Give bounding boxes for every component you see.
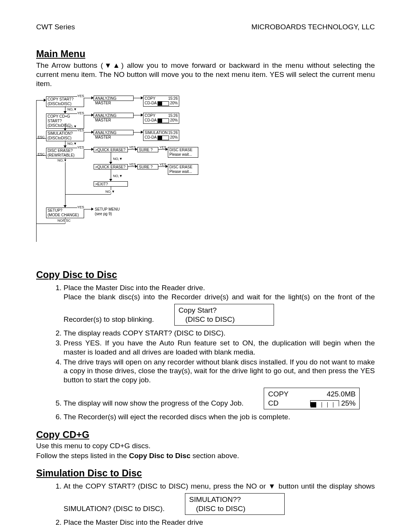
fc-simulation: SIMULATION? (DISCtoDISC)	[46, 131, 84, 141]
fc-quick-erase-1: >QUICK ERASE?	[94, 147, 128, 152]
fc-erase-wait-2: DISC ERASE Please wait...	[168, 164, 198, 175]
copy-disc-steps: Place the Master Disc into the Reader dr…	[36, 283, 375, 422]
fc-sure-2: SURE ?	[137, 164, 158, 169]
header-right: MICROBOARDS TECHNOLOGY, LLC	[252, 23, 375, 31]
copy-step5: The display will now show the progress o…	[64, 399, 244, 407]
fc-copy-progress-1: COPY15:26 CD-DA 20%	[143, 96, 179, 106]
fc-analyze-2: ANALYZING MASTER	[94, 113, 134, 118]
copy-step4: The drive trays will open on any recorde…	[64, 358, 375, 385]
heading-main-menu: Main Menu	[36, 48, 375, 59]
fc-sim-progress: SIMULATION15:26 CD-DA 20%	[143, 130, 179, 141]
fc-analyze-3: ANALYZING MASTER	[94, 130, 134, 135]
copy-step6: The Recorder(s) will eject the recorded …	[64, 412, 375, 422]
fc-exit: >EXIT?	[94, 181, 128, 187]
cdg-p2: Follow the steps listed in the Copy Disc…	[36, 452, 375, 460]
header-left: CWT Series	[36, 23, 75, 31]
sim-step2: Place the Master Disc into the Reader dr…	[64, 518, 375, 527]
fc-setup-menu: SETUP MENU (see pg 9)	[94, 207, 124, 217]
display-copy-start: Copy Start? (DISC to DISC)	[174, 304, 274, 326]
cdg-p1: Use this menu to copy CD+G discs.	[36, 442, 375, 450]
fc-disc-erase: DISC ERASE? (REWRITABLE)	[46, 148, 84, 158]
fc-setup: SETUP? (MODE CHANGE)	[46, 208, 84, 218]
heading-copy-cdg: Copy CD+G	[36, 429, 375, 440]
heading-simulation: Simulation Disc to Disc	[36, 468, 375, 479]
fc-copy-start: COPY START? (DISCtoDISC)	[46, 96, 84, 107]
simulation-steps: At the COPY START? (DISC to DISC) menu, …	[36, 482, 375, 527]
fc-analyze-1: ANALYZING MASTER	[94, 96, 134, 101]
fc-copy-progress-2: COPY15:26 CD-DA 20%	[143, 113, 179, 123]
heading-copy-disc: Copy Disc to Disc	[36, 269, 375, 280]
fc-sure-1: SURE ?	[137, 147, 158, 152]
copy-step1a: Place the Master Disc into the Reader dr…	[64, 284, 205, 292]
copy-step2: The display reads COPY START? (DISC to D…	[64, 329, 375, 338]
fc-erase-wait-1: DISC ERASE Please wait...	[168, 147, 198, 158]
display-copy-progress: COPY 425.0MB CD 25%	[264, 388, 360, 410]
menu-flowchart: COPY START? (DISCtoDISC) YES ANALYZING M…	[36, 95, 375, 259]
display-simulation: SIMULATION?? (DISC to DISC)	[185, 493, 285, 515]
copy-step3: Press YES. If you have the Auto Run feat…	[64, 339, 375, 357]
main-menu-intro: The Arrow buttons (▼▲) allow you to move…	[36, 61, 375, 88]
fc-quick-erase-2: >QUICK ERASE?	[94, 164, 128, 169]
